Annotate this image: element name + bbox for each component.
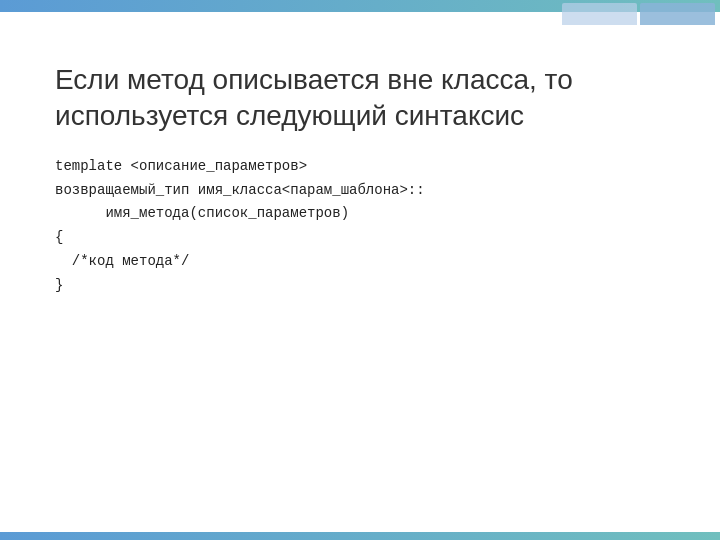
code-block: template <описание_параметров>возвращаем… bbox=[55, 155, 665, 298]
code-line: возвращаемый_тип имя_класса<парам_шаблон… bbox=[55, 179, 665, 203]
corner-tabs bbox=[560, 0, 720, 28]
code-line: { bbox=[55, 226, 665, 250]
corner-tab-2 bbox=[640, 3, 715, 25]
code-line: template <описание_параметров> bbox=[55, 155, 665, 179]
corner-tab-1 bbox=[562, 3, 637, 25]
slide: Если метод описывается вне класса, то ис… bbox=[0, 0, 720, 540]
code-line: /*код метода*/ bbox=[55, 250, 665, 274]
bottom-bar-accent bbox=[0, 532, 720, 540]
code-line: имя_метода(список_параметров) bbox=[55, 202, 665, 226]
code-line: } bbox=[55, 274, 665, 298]
slide-title: Если метод описывается вне класса, то ис… bbox=[55, 62, 665, 135]
content-area: Если метод описывается вне класса, то ис… bbox=[0, 12, 720, 540]
